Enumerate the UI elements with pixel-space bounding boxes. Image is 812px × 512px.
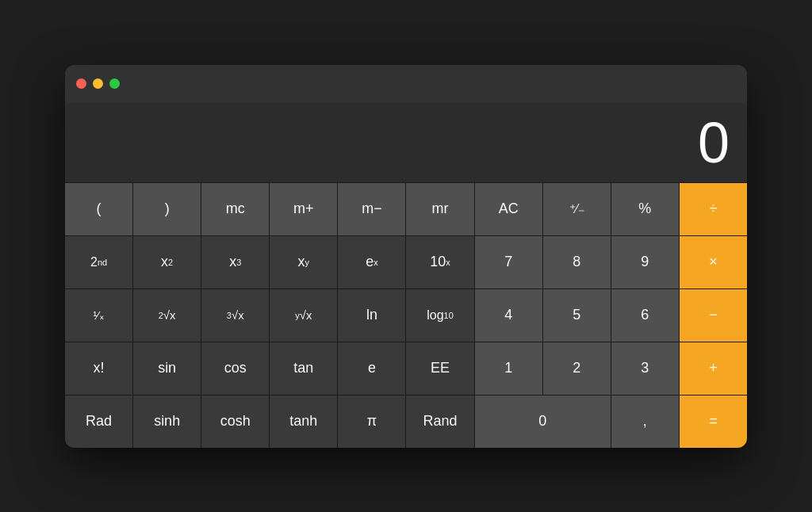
ac-button[interactable]: AC [475, 183, 542, 235]
2nd-button[interactable]: 2nd [65, 236, 132, 288]
minus-button[interactable]: − [680, 289, 747, 342]
minimize-button[interactable] [93, 78, 103, 89]
calculator-window: 0 ( ) mc m+ m− mr AC ⁺∕₋ % ÷ 2nd x2 x3 x… [65, 65, 747, 448]
close-paren-button[interactable]: ) [133, 183, 201, 235]
multiply-button[interactable]: × [680, 236, 747, 288]
pi-button[interactable]: π [338, 395, 405, 448]
8-button[interactable]: 8 [543, 236, 611, 288]
percent-button[interactable]: % [611, 183, 679, 235]
9-button[interactable]: 9 [611, 236, 679, 288]
factorial-button[interactable]: x! [65, 342, 132, 395]
rad-button[interactable]: Rad [65, 395, 132, 448]
display-value: 0 [698, 110, 728, 175]
3-button[interactable]: 3 [611, 342, 679, 395]
mminus-button[interactable]: m− [338, 183, 405, 235]
maximize-button[interactable] [109, 78, 120, 89]
inv-button[interactable]: ¹∕ₓ [65, 289, 132, 342]
sinh-button[interactable]: sinh [133, 395, 201, 448]
equals-button[interactable]: = [680, 395, 747, 448]
ln-button[interactable]: ln [338, 289, 405, 342]
cosh-button[interactable]: cosh [201, 395, 269, 448]
close-button[interactable] [76, 78, 86, 89]
log10-button[interactable]: log10 [406, 289, 473, 342]
4-button[interactable]: 4 [475, 289, 542, 342]
mc-button[interactable]: mc [201, 183, 269, 235]
comma-button[interactable]: , [611, 395, 679, 448]
7-button[interactable]: 7 [475, 236, 542, 288]
mplus-button[interactable]: m+ [270, 183, 337, 235]
open-paren-button[interactable]: ( [65, 183, 132, 235]
x3-button[interactable]: x3 [201, 236, 269, 288]
10x-button[interactable]: 10x [406, 236, 473, 288]
1-button[interactable]: 1 [475, 342, 542, 395]
ex-button[interactable]: ex [338, 236, 405, 288]
divide-button[interactable]: ÷ [680, 183, 747, 235]
plus-button[interactable]: + [680, 342, 747, 395]
5-button[interactable]: 5 [543, 289, 611, 342]
2-button[interactable]: 2 [543, 342, 611, 395]
rand-button[interactable]: Rand [406, 395, 473, 448]
titlebar [65, 65, 747, 103]
e-button[interactable]: e [338, 342, 405, 395]
calculator-grid: ( ) mc m+ m− mr AC ⁺∕₋ % ÷ 2nd x2 x3 xy … [65, 182, 747, 448]
xy-button[interactable]: xy [270, 236, 337, 288]
6-button[interactable]: 6 [611, 289, 679, 342]
display: 0 [65, 103, 747, 182]
tan-button[interactable]: tan [270, 342, 337, 395]
sqrty-button[interactable]: y√x [270, 289, 337, 342]
ee-button[interactable]: EE [406, 342, 473, 395]
mr-button[interactable]: mr [406, 183, 473, 235]
x2-button[interactable]: x2 [133, 236, 201, 288]
sin-button[interactable]: sin [133, 342, 201, 395]
sqrt3-button[interactable]: 3√x [201, 289, 269, 342]
0-button[interactable]: 0 [475, 395, 611, 448]
tanh-button[interactable]: tanh [270, 395, 337, 448]
sign-button[interactable]: ⁺∕₋ [543, 183, 611, 235]
cos-button[interactable]: cos [201, 342, 269, 395]
sqrt2-button[interactable]: 2√x [133, 289, 201, 342]
